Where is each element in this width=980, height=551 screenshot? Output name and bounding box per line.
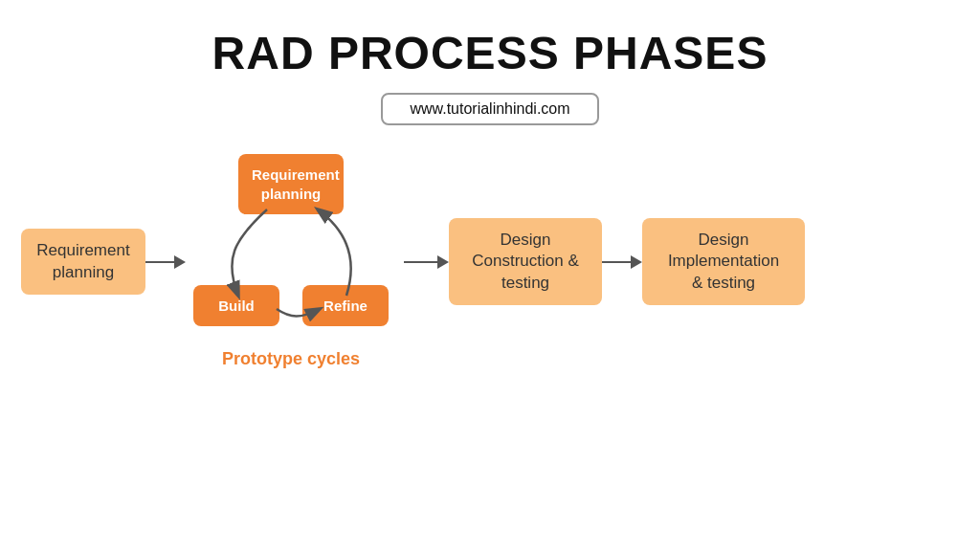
req-planning-left-box: Requirementplanning [21, 229, 145, 294]
arrow-3 [602, 255, 642, 269]
arrow-1 [145, 255, 186, 269]
arrow-2 [404, 255, 449, 269]
req-planning-top-box: Requirementplanning [238, 154, 344, 214]
prototype-label: Prototype cycles [222, 349, 360, 369]
page-title: RAD PROCESS PHASES [212, 27, 768, 79]
subtitle-box: www.tutorialinhindi.com [381, 93, 598, 125]
design-construction-box: DesignConstruction &testing [449, 218, 602, 304]
diagram-area: Requirementplanning Requirementplanning … [21, 154, 959, 369]
cycle-container: Requirementplanning Build Refine [186, 154, 396, 345]
build-box: Build [193, 285, 279, 327]
prototype-cycle-wrapper: Requirementplanning Build Refine [186, 154, 396, 369]
design-implementation-box: DesignImplementation& testing [642, 218, 805, 304]
refine-box: Refine [302, 285, 389, 327]
